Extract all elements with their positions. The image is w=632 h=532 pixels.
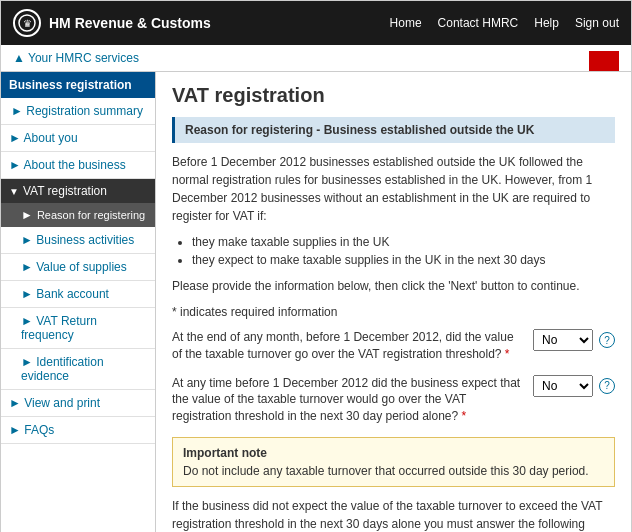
site-title: HM Revenue & Customs [49,15,211,31]
sidebar-item-value-supplies[interactable]: ► Value of supplies [1,254,155,281]
sidebar: Business registration ► Registration sum… [1,72,156,532]
required-note: * indicates required information [172,305,615,319]
nav-home[interactable]: Home [390,16,422,30]
svg-text:♛: ♛ [23,18,32,29]
logo-icon: ♛ [13,9,41,37]
logo-area: ♛ HM Revenue & Customs [13,9,211,37]
section-header: Reason for registering - Business establ… [172,117,615,143]
your-hmrc-link[interactable]: ▲ Your HMRC services [13,51,139,65]
sidebar-item-about-you[interactable]: ► About you [1,125,155,152]
important-note-title: Important note [183,446,604,460]
intro-paragraph: Before 1 December 2012 businesses establ… [172,153,615,225]
question1-row: At the end of any month, before 1 Decemb… [172,329,615,363]
nav-signout[interactable]: Sign out [575,16,619,30]
reason-bullet: ► [21,208,33,222]
sidebar-item-faqs[interactable]: ► FAQs [1,417,155,444]
instruction-text: Please provide the information below, th… [172,277,615,295]
question1-select[interactable]: No Yes [533,329,593,351]
nav-contact[interactable]: Contact HMRC [438,16,519,30]
threshold-paragraph: If the business did not expect the value… [172,497,615,532]
sidebar-item-id-evidence[interactable]: ► Identification evidence [1,349,155,390]
main-content: VAT registration Reason for registering … [156,72,631,532]
bullet-item-1: they make taxable supplies in the UK [192,235,615,249]
question2-label: At any time before 1 December 2012 did t… [172,375,533,425]
important-note-text: Do not include any taxable turnover that… [183,464,604,478]
sidebar-business-reg-header: Business registration [1,72,155,98]
header-nav: Home Contact HMRC Help Sign out [390,16,619,30]
nav-help[interactable]: Help [534,16,559,30]
sidebar-item-vat-return[interactable]: ► VAT Return frequency [1,308,155,349]
sidebar-vat-header[interactable]: ▼ VAT registration [1,179,155,203]
sidebar-item-reg-summary[interactable]: ► Registration summary [1,98,155,125]
question2-help-icon[interactable]: ? [599,378,615,394]
question1-controls: No Yes ? [533,329,615,351]
sidebar-item-view-print[interactable]: ► View and print [1,390,155,417]
bullet-list: they make taxable supplies in the UK the… [192,235,615,267]
page-title: VAT registration [172,84,615,107]
sidebar-item-business-activities[interactable]: ► Business activities [1,227,155,254]
question1-help-icon[interactable]: ? [599,332,615,348]
important-note-box: Important note Do not include any taxabl… [172,437,615,487]
sidebar-item-bank-account[interactable]: ► Bank account [1,281,155,308]
question2-row: At any time before 1 December 2012 did t… [172,375,615,425]
header: ♛ HM Revenue & Customs Home Contact HMRC… [1,1,631,45]
question2-select[interactable]: No Yes [533,375,593,397]
bullet-item-2: they expect to make taxable supplies in … [192,253,615,267]
services-bar: ▲ Your HMRC services [1,45,631,72]
sidebar-item-about-business[interactable]: ► About the business [1,152,155,179]
main-layout: Business registration ► Registration sum… [1,72,631,532]
sidebar-item-reason[interactable]: ► Reason for registering [1,203,155,227]
question1-label: At the end of any month, before 1 Decemb… [172,329,533,363]
vat-arrow-icon: ▼ [9,186,19,197]
question2-controls: No Yes ? [533,375,615,397]
